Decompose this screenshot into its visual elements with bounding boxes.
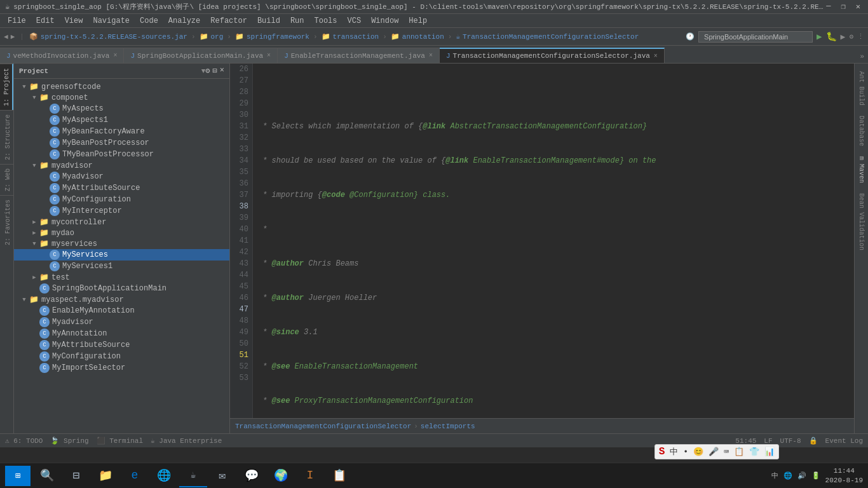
- taskbar-mail[interactable]: ✉: [208, 464, 236, 487]
- tree-item-myconfiguration[interactable]: C MyConfiguration: [14, 194, 229, 205]
- run-button[interactable]: ▶: [817, 31, 822, 42]
- tree-item-myimportselector[interactable]: C MyImportSelector: [14, 362, 229, 374]
- menu-analyze[interactable]: Analyze: [163, 15, 205, 27]
- status-line-separator[interactable]: LF: [764, 437, 772, 445]
- taskbar-search[interactable]: 🔍: [33, 464, 61, 487]
- tree-item-myadvisor[interactable]: ▼ 📁 myadvisor: [14, 160, 229, 171]
- ime-chinese[interactable]: 中: [670, 446, 678, 458]
- sidebar-dropdown[interactable]: ▼: [201, 67, 206, 75]
- taskbar-extra[interactable]: 📋: [325, 464, 353, 487]
- tree-item-myservices[interactable]: C MyServices: [14, 249, 229, 261]
- status-java-enterprise[interactable]: ☕ Java Enterprise: [151, 437, 222, 445]
- menu-tools[interactable]: Tools: [309, 15, 342, 27]
- menu-file[interactable]: File: [3, 15, 31, 27]
- tree-item-mycontroller[interactable]: ▶ 📁 mycontroller: [14, 217, 229, 227]
- tree-item-myaspects1[interactable]: C MyAspects1: [14, 114, 229, 126]
- tree-item-myaspect-myadvisor[interactable]: ▼ 📁 myaspect.myadvisor: [14, 294, 229, 305]
- tree-item-mybeanfactoryaware[interactable]: C MyBeanFactoryAware: [14, 126, 229, 137]
- tree-item-mydao[interactable]: ▶ 📁 mydao: [14, 227, 229, 238]
- status-todo[interactable]: ⚠ 6: TODO: [5, 437, 43, 445]
- status-cursor-pos[interactable]: 51:45: [735, 437, 756, 445]
- tree-item-myconfiguration2[interactable]: C MyConfiguration: [14, 351, 229, 362]
- system-clock[interactable]: 11:44 2020-8-19: [825, 466, 863, 485]
- toolbar-more[interactable]: ⚙: [849, 32, 853, 41]
- tree-item-tmybeanpostprocessor[interactable]: C TMyBeanPostProcessor: [14, 149, 229, 160]
- tree-item-enablemyannotation[interactable]: C EnableMyAnnotation: [14, 305, 229, 316]
- ime-skin[interactable]: 👕: [749, 447, 759, 457]
- taskbar-task-view[interactable]: ⊟: [62, 464, 90, 487]
- status-encoding[interactable]: UTF-8: [780, 437, 801, 445]
- tree-item-mybeanpostprocessor[interactable]: C MyBeanPostProcessor: [14, 137, 229, 149]
- tab-close-3[interactable]: ×: [429, 52, 433, 59]
- menu-run[interactable]: Run: [285, 15, 309, 27]
- tab-structure[interactable]: 2: Structure: [0, 110, 13, 164]
- taskbar-file-explorer[interactable]: 📁: [92, 464, 119, 487]
- tree-item-myattributesource2[interactable]: C MyAttributeSource: [14, 339, 229, 351]
- right-tab-beanvalidation[interactable]: Bean Validation: [856, 188, 867, 255]
- nav-jar-link[interactable]: spring-tx-5.2.2.RELEASE-sources.jar: [41, 33, 187, 41]
- tree-item-greensoftcode[interactable]: ▼ 📁 greensoftcode: [14, 81, 229, 92]
- sidebar-close-icon[interactable]: ×: [220, 66, 224, 76]
- tray-network[interactable]: 🌐: [783, 471, 792, 480]
- debug-button[interactable]: 🐛: [826, 31, 837, 42]
- taskbar-edge[interactable]: e: [121, 464, 149, 487]
- taskbar-chrome[interactable]: 🌍: [267, 464, 295, 487]
- tree-item-myadvisor2[interactable]: C Myadvisor: [14, 316, 229, 328]
- ime-mic[interactable]: 🎤: [709, 447, 719, 457]
- menu-window[interactable]: Window: [366, 15, 403, 27]
- tree-item-componet[interactable]: ▼ 📁 componet: [14, 92, 229, 103]
- tab-transactionmgmtconfigselector[interactable]: J TransactionManagementConfigurationSele…: [440, 48, 665, 63]
- tab-project[interactable]: 1: Project: [0, 64, 13, 110]
- tab-favorites[interactable]: 2: Favorites: [0, 195, 13, 249]
- status-terminal[interactable]: ⬛ Terminal: [97, 437, 143, 445]
- tab-close-4[interactable]: ×: [654, 53, 658, 60]
- tree-item-myservices1[interactable]: C MyServices1: [14, 261, 229, 272]
- tree-item-myadvisor-cls[interactable]: C Myadvisor: [14, 171, 229, 182]
- tree-item-test[interactable]: ▶ 📁 test: [14, 272, 229, 283]
- tabs-scroll-right[interactable]: »: [856, 50, 868, 63]
- tab-springbootappmain[interactable]: J SpringBootApplicationMain.java ×: [124, 48, 278, 63]
- breadcrumb-method[interactable]: selectImports: [421, 423, 475, 430]
- nav-back-button[interactable]: ◀: [4, 32, 8, 41]
- coverage-button[interactable]: ▶: [841, 32, 846, 42]
- menu-code[interactable]: Code: [135, 15, 163, 27]
- tab-vemethodinvocation[interactable]: J veMethodInvocation.java ×: [0, 48, 124, 63]
- toolbar-extra[interactable]: ⋮: [857, 32, 864, 41]
- tray-battery[interactable]: 🔋: [811, 471, 820, 480]
- right-tab-database[interactable]: Database: [856, 111, 867, 151]
- tree-item-myattributesource[interactable]: C MyAttributeSource: [14, 182, 229, 194]
- menu-help[interactable]: Help: [403, 15, 432, 27]
- tab-close-1[interactable]: ×: [113, 52, 117, 59]
- right-tab-maven[interactable]: m Maven: [856, 151, 867, 188]
- taskbar-wechat[interactable]: 💬: [238, 464, 266, 487]
- right-tab-ant[interactable]: Ant Build: [856, 66, 867, 111]
- nav-springframework-link[interactable]: springframework: [247, 33, 309, 41]
- nav-annotation-link[interactable]: annotation: [402, 33, 444, 41]
- tab-enabletransaction[interactable]: J EnableTransactionManagement.java ×: [278, 48, 440, 63]
- nav-forward-button[interactable]: ▶: [11, 32, 15, 41]
- tree-item-myservices-folder[interactable]: ▼ 📁 myservices: [14, 238, 229, 249]
- tab-web[interactable]: Z: Web: [0, 164, 13, 195]
- ime-s-icon[interactable]: S: [659, 446, 665, 458]
- ime-clipboard[interactable]: 📋: [734, 447, 744, 457]
- nav-org-link[interactable]: org: [211, 33, 224, 41]
- sidebar-collapse-icon[interactable]: ⊟: [213, 66, 217, 76]
- tree-item-springbootappmain[interactable]: C SpringBootApplicationMain: [14, 283, 229, 294]
- menu-edit[interactable]: Edit: [31, 15, 60, 27]
- nav-history-icon[interactable]: 🕐: [686, 32, 695, 41]
- nav-transaction-link[interactable]: transaction: [333, 33, 379, 41]
- taskbar-java[interactable]: ☕: [179, 464, 207, 487]
- menu-navigate[interactable]: Navigate: [88, 15, 135, 27]
- menu-vcs[interactable]: VCS: [342, 15, 367, 27]
- sidebar-gear-icon[interactable]: ⚙: [205, 66, 210, 76]
- minimize-button[interactable]: ─: [824, 2, 833, 11]
- ime-dot[interactable]: •: [683, 447, 688, 457]
- tree-item-myannotation[interactable]: C MyAnnotation: [14, 328, 229, 339]
- tray-volume[interactable]: 🔊: [797, 471, 806, 480]
- code-content[interactable]: * Selects which implementation of {@link…: [253, 64, 854, 418]
- taskbar-ie[interactable]: 🌐: [150, 464, 178, 487]
- menu-build[interactable]: Build: [252, 15, 285, 27]
- close-button[interactable]: ✕: [853, 2, 863, 11]
- ime-emoji[interactable]: 😊: [693, 447, 703, 457]
- ime-keyboard[interactable]: ⌨: [724, 447, 729, 457]
